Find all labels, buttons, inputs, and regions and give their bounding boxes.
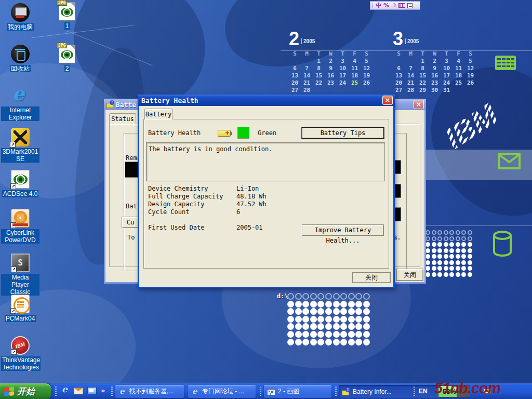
calendar-day: 28 (301, 87, 313, 94)
dot (302, 301, 309, 308)
desktop-icon-jpg-file-2[interactable]: JPG2 (48, 45, 86, 73)
dot (355, 308, 362, 315)
desktop-icon-3dmark2001-se[interactable]: ↗3DMark2001 SE (1, 128, 39, 163)
quicklaunch-mail-icon[interactable] (74, 388, 83, 394)
ime-menu-icon[interactable] (407, 3, 413, 8)
desktop-icon-my-computer[interactable]: 我的电脑 (1, 3, 39, 31)
calendar-grid: SMTWTFS123456789101112131415161718192021… (393, 50, 478, 94)
battery-tips-button[interactable]: Battery Tips (302, 127, 384, 139)
quick-launch: » (60, 385, 105, 395)
ie-icon (191, 388, 200, 396)
dot (449, 272, 454, 277)
desktop-icon-label: ACDSee 4.0 (2, 190, 39, 197)
shortcut-arrow-icon: ↗ (10, 308, 16, 314)
dot (325, 331, 332, 338)
calendar-day: 19 (464, 72, 476, 79)
dot (444, 248, 448, 253)
calendar-grid: SMTWTFS123456789101112131415161718192021… (289, 50, 374, 94)
task-button-3[interactable]: 2 - 画图 (264, 385, 331, 398)
calendar-day: 7 (301, 65, 313, 72)
dot-row (287, 339, 371, 345)
battery-health-title: Battery Health (141, 97, 198, 104)
desktop-icon-recycle-bin[interactable]: 回收站 (1, 45, 39, 73)
3dmark-icon: ↗ (11, 128, 30, 147)
recycle-bin-icon (11, 45, 30, 63)
start-button[interactable]: 开始 (0, 383, 51, 399)
ime-fullwidth-icon[interactable]: ☽ (391, 2, 396, 9)
dot (295, 339, 302, 345)
dot (363, 339, 370, 345)
taskbar-grip[interactable] (335, 387, 337, 396)
dot (363, 293, 370, 300)
task-button-1[interactable]: 找不到服务器,... (115, 385, 184, 398)
calendar-day: 10 (441, 65, 453, 72)
dot (437, 272, 442, 277)
dot (425, 242, 430, 247)
tab-battery[interactable]: Battery (144, 109, 172, 119)
close-icon[interactable]: × (414, 100, 424, 109)
dot (444, 242, 448, 247)
calendar-year: 2005 (301, 38, 315, 44)
ime-chinese-icon[interactable]: 中 (376, 2, 381, 9)
desktop-icon-media-player-classic[interactable]: S↗Media Player Classic (1, 254, 39, 296)
current-button-fragment[interactable]: Cu (122, 217, 139, 228)
dot (287, 316, 294, 323)
close-icon[interactable]: × (382, 96, 393, 105)
desktop-icon-internet-explorer[interactable]: Internet Explorer (1, 86, 39, 122)
dot (333, 331, 340, 338)
info-row-value: Li-Ion (236, 185, 259, 192)
dot (287, 339, 294, 345)
dot (302, 323, 309, 330)
improve-battery-health-button[interactable]: Improve Battery Health... (302, 224, 384, 236)
jpg-icon: JPG (59, 2, 75, 21)
calendar-day: 11 (453, 65, 464, 72)
desktop-icon-label: 我的电脑 (7, 23, 34, 31)
dot (444, 266, 448, 271)
calendar-day: 5 (361, 58, 373, 65)
desktop-icon-pcmark04[interactable]: ↗PCMark04 (1, 295, 39, 323)
calendar-february: 22005SMTWTFS1234567891011121314151617181… (289, 30, 374, 94)
task-button-2[interactable]: 专门网论坛 - ... (188, 385, 256, 398)
calendar-weekday-row: SMTWTFS (393, 50, 478, 58)
dot (432, 254, 436, 259)
dot (302, 339, 309, 345)
calendar-day: 21 (405, 79, 417, 87)
battery-health-titlebar[interactable]: Battery Health × (138, 95, 395, 106)
taskbar-grip[interactable] (260, 387, 261, 396)
quicklaunch-show-desktop-icon[interactable] (87, 387, 97, 394)
calendar-day (405, 58, 417, 65)
dot (295, 323, 302, 330)
dot (437, 254, 442, 259)
dot (348, 293, 355, 300)
ime-keyboard-icon[interactable] (398, 3, 405, 8)
dot (348, 331, 355, 338)
quicklaunch-overflow-chevron[interactable]: » (101, 387, 105, 394)
calendar-header: 22005 (289, 30, 374, 49)
desktop-icon-thinkvantage[interactable]: IBM↗ThinkVantage Technologies (1, 336, 39, 371)
bg-close-button[interactable]: 关闭 (396, 269, 423, 281)
language-indicator[interactable]: EN (419, 388, 428, 395)
tray-grip[interactable] (414, 387, 415, 396)
tray-battery-icon[interactable] (483, 389, 491, 394)
calendar-month: 2 (289, 28, 299, 49)
dot (355, 339, 362, 345)
dialog-close-button[interactable]: 关闭 (352, 272, 391, 283)
desktop-icon-jpg-file-1[interactable]: JPG1 (48, 2, 86, 30)
desktop-icon-powerdvd[interactable]: ↗CyberLink PowerDVD (1, 209, 39, 244)
calendar-day: 20 (289, 79, 301, 87)
calendar-weekday: S (361, 50, 373, 58)
desktop-icon-acdsee[interactable]: ↗ACDSee 4.0 (1, 170, 39, 198)
tab-status[interactable]: Status (109, 113, 136, 124)
tray-battery-meter[interactable]: 58% (438, 385, 470, 397)
dot (461, 236, 466, 241)
calendar-day: 18 (349, 72, 361, 79)
calendar-day: 22 (417, 79, 429, 87)
quicklaunch-ie-icon[interactable] (60, 385, 70, 395)
info-row-label: Device Chemistry (148, 185, 208, 192)
ime-grip[interactable] (373, 3, 374, 8)
ime-mode-icon[interactable]: % (383, 2, 389, 9)
dot (340, 308, 347, 315)
taskbar-grip[interactable] (55, 387, 57, 396)
dot (468, 242, 472, 247)
taskbar-grip[interactable] (111, 387, 113, 396)
